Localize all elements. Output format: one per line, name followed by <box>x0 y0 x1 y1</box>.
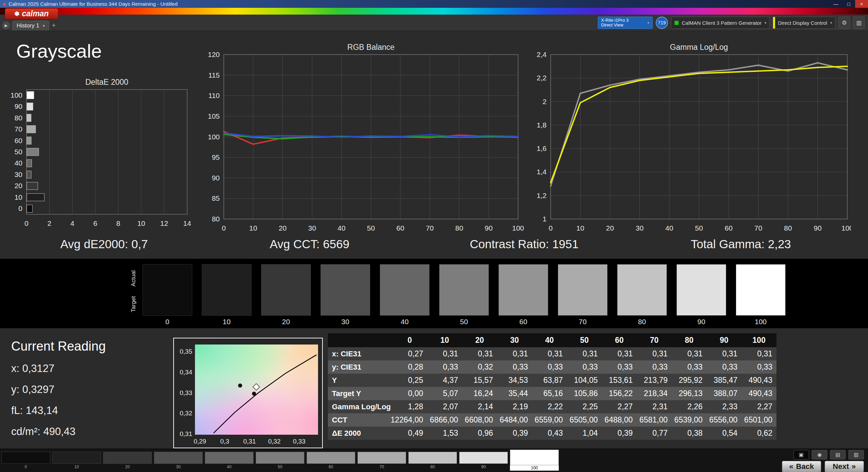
meter-badge[interactable]: 719 <box>656 17 668 29</box>
calman-logo-text: calman <box>22 9 48 18</box>
source-status-indicator <box>674 21 679 25</box>
table-cell: 385,47 <box>707 374 742 387</box>
display-control-dropdown[interactable]: Direct Display Control ▾ <box>773 17 835 29</box>
chevron-down-icon: ▾ <box>830 21 832 25</box>
table-cell: 6505,00 <box>567 413 602 427</box>
table-cell: 2,27 <box>742 400 776 413</box>
table-row-label: CCT <box>328 413 392 427</box>
stat-total-gamma: Total Gamma: 2,23 <box>691 237 791 251</box>
rgb-balance-chart: RGB Balance80859095100105110115120010203… <box>202 42 524 237</box>
table-column-header: 10 <box>427 333 462 347</box>
cie-overlay: 0,310,320,330,340,350,290,30,310,320,33 <box>174 338 322 448</box>
bottom-small-buttons: ▣ ◉ ▤ ▥ <box>782 450 864 459</box>
table-row: Y0,254,3715,5734,5363,87104,05153,61213,… <box>328 374 778 387</box>
table-cell: 0,62 <box>742 427 776 440</box>
pattern-thumbnail-90[interactable]: 90 <box>459 452 508 469</box>
calman-flower-icon: ✽ <box>14 10 19 18</box>
swatch-label: 10 <box>202 318 252 326</box>
table-cell: 0,33 <box>637 360 672 374</box>
table-cell: 0,33 <box>567 360 602 374</box>
deltae-bar <box>27 125 36 133</box>
table-cell: 16,24 <box>462 387 497 400</box>
svg-text:0,31: 0,31 <box>180 430 192 437</box>
meter-name: X-Rite i1Pro 3 <box>601 18 644 23</box>
tab-history-1[interactable]: History 1 ▾ <box>12 21 49 31</box>
table-cell: 0,33 <box>602 360 637 374</box>
svg-text:30: 30 <box>15 171 22 178</box>
bottom-bar: 0102030405060708090100 ▣ ◉ ▤ ▥ « Back Ne… <box>0 449 868 472</box>
table-cell: 2,07 <box>427 400 462 413</box>
thumbnail-patch <box>256 452 304 464</box>
back-button[interactable]: « Back <box>782 461 821 472</box>
deltae-bar <box>27 182 38 190</box>
deltae-bar <box>27 103 33 110</box>
pattern-thumbnail-30[interactable]: 30 <box>154 452 203 469</box>
table-cell: 65,16 <box>532 387 567 400</box>
pattern-thumbnail-50[interactable]: 50 <box>256 452 304 469</box>
pattern-thumbnail-0[interactable]: 0 <box>1 452 50 469</box>
current-reading-title: Current Reading <box>11 339 106 354</box>
pattern-thumbnail-20[interactable]: 20 <box>103 452 152 469</box>
table-cell: 105,86 <box>567 387 602 400</box>
next-button[interactable]: Next » <box>825 461 864 472</box>
table-cell: 2,25 <box>567 400 602 413</box>
deltae-bar <box>27 205 33 212</box>
printer-button[interactable]: ▤ <box>830 450 846 459</box>
meter-dropdown[interactable]: X-Rite i1Pro 3 Direct View ▾ <box>598 17 653 29</box>
power-button[interactable]: ◉ <box>812 450 827 459</box>
table-cell: 2,33 <box>707 400 742 413</box>
layout-button[interactable]: ▥ <box>848 450 864 459</box>
table-cell: 6484,00 <box>497 413 532 427</box>
table-cell: 0,31 <box>427 347 462 360</box>
page-title: Grayscale <box>16 40 102 62</box>
maximize-button[interactable]: □ <box>842 0 855 8</box>
svg-text:90: 90 <box>15 102 22 110</box>
pattern-generator-dropdown[interactable]: CalMAN Client 3 Pattern Generator ▾ <box>671 17 770 29</box>
table-cell: 6556,00 <box>707 413 742 427</box>
pattern-window-button[interactable]: ▣ <box>793 450 809 459</box>
svg-text:DeltaE 2000: DeltaE 2000 <box>85 78 129 86</box>
add-tab-button[interactable]: + <box>52 22 56 29</box>
settings-gear-button[interactable]: ⚙ <box>839 17 850 29</box>
swatch-patch <box>380 264 430 316</box>
measured-point <box>252 392 256 396</box>
cie-chart-panel: 0,310,320,330,340,350,290,30,310,320,33 <box>173 338 323 448</box>
thumbnail-label: 90 <box>459 465 508 469</box>
grayscale-swatch-20: 20 <box>261 264 311 326</box>
measurement-table: 0102030405060708090100x: CIE310,270,310,… <box>328 333 778 440</box>
display-control-label: Direct Display Control <box>778 20 827 26</box>
pattern-thumbnail-40[interactable]: 40 <box>205 452 254 469</box>
table-cell: 218,34 <box>637 387 672 400</box>
workspace-layout-button[interactable]: ▥ <box>853 17 865 29</box>
pattern-thumbnail-60[interactable]: 60 <box>307 452 355 469</box>
thumbnail-label: 10 <box>52 465 101 469</box>
svg-text:0: 0 <box>222 224 226 232</box>
svg-text:1,2: 1,2 <box>537 192 547 199</box>
svg-text:90: 90 <box>212 174 220 182</box>
close-button[interactable]: × <box>855 0 868 8</box>
swatch-patch <box>202 264 252 316</box>
svg-text:70: 70 <box>754 224 762 232</box>
history-panel-toggle[interactable]: ▶ <box>2 21 10 29</box>
thumbnail-patch <box>103 452 152 464</box>
svg-text:50: 50 <box>367 224 375 232</box>
thumbnail-label: 80 <box>408 465 457 469</box>
table-cell: 0,96 <box>462 427 497 440</box>
pattern-thumbnail-100[interactable]: 100 <box>510 450 559 471</box>
pattern-thumbnail-10[interactable]: 10 <box>52 452 101 469</box>
table-column-header: 0 <box>392 333 427 347</box>
calman-logo-button[interactable]: ✽ calman <box>5 8 58 19</box>
navigation-buttons: « Back Next » <box>782 461 864 472</box>
table-cell: 0,31 <box>672 347 707 360</box>
table-row: y: CIE310,280,330,320,330,330,330,330,33… <box>328 360 778 374</box>
reading-line: x: 0,3127 <box>11 362 106 375</box>
pattern-thumbnail-80[interactable]: 80 <box>408 452 457 469</box>
stat-avg-cct: Avg CCT: 6569 <box>270 237 350 251</box>
minimize-button[interactable]: — <box>829 0 842 8</box>
pattern-thumbnail-70[interactable]: 70 <box>357 452 406 469</box>
table-header-row: 0102030405060708090100 <box>328 333 778 347</box>
swatch-label: 60 <box>498 318 548 326</box>
svg-text:0,33: 0,33 <box>180 389 192 396</box>
table-row: x: CIE310,270,310,310,310,310,310,310,31… <box>328 347 778 360</box>
pattern-generator-label: CalMAN Client 3 Pattern Generator <box>682 20 762 26</box>
